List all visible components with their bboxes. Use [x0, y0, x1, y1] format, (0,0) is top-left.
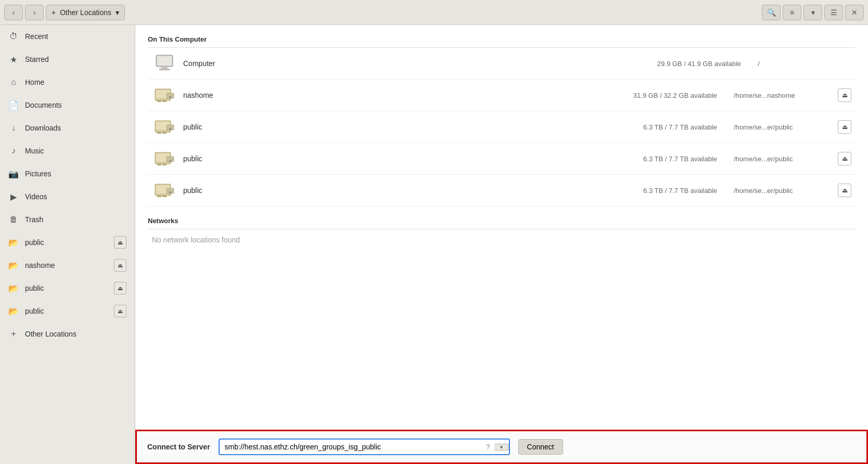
sidebar-label-public2: public	[25, 284, 108, 292]
sidebar-item-trash[interactable]: 🗑 Trash	[0, 208, 135, 231]
drive-name-0: nashome	[183, 91, 581, 99]
sidebar-label-other-locations: Other Locations	[25, 330, 126, 338]
titlebar: ‹ › + Other Locations ▾ 🔍 ≡ ▾ ☰ ✕	[0, 0, 868, 25]
search-button[interactable]: 🔍	[762, 5, 781, 20]
music-icon: ♪	[8, 146, 19, 156]
drive-path-1: /home/se...er/public	[723, 123, 827, 131]
sidebar-label-home: Home	[25, 78, 126, 86]
drive-path-0: /home/se...nashome	[723, 92, 827, 99]
svg-rect-2	[161, 67, 168, 69]
svg-rect-13	[162, 132, 167, 134]
sidebar-item-other-locations[interactable]: + Other Locations	[0, 323, 135, 345]
pictures-icon: 📷	[8, 169, 19, 179]
connect-button[interactable]: Connect	[518, 439, 563, 455]
svg-rect-6	[157, 100, 161, 102]
network-drive-icon-1	[152, 117, 177, 137]
sidebar-item-videos[interactable]: ▶ Videos	[0, 185, 135, 208]
eject-public3-button[interactable]: ⏏	[114, 305, 126, 317]
network-folder-icon-2: 📂	[8, 283, 19, 293]
trash-icon: 🗑	[8, 215, 19, 224]
networks-section: Networks No network locations found	[148, 217, 856, 250]
sidebar-item-recent[interactable]: ⏱ Recent	[0, 25, 135, 48]
eject-public1-button[interactable]: ⏏	[114, 236, 126, 249]
sidebar-label-trash: Trash	[25, 215, 126, 224]
view-list-button[interactable]: ≡	[783, 5, 801, 20]
computer-path: /	[747, 60, 851, 68]
eject-drive-3-button[interactable]: ⏏	[838, 184, 851, 197]
other-locations-icon: +	[8, 329, 19, 339]
connect-server-input[interactable]	[220, 440, 482, 454]
sidebar-item-nashome[interactable]: 📂 nashome ⏏	[0, 254, 135, 277]
documents-icon: 📄	[8, 100, 19, 110]
menu-button[interactable]: ☰	[824, 5, 843, 20]
drive-size-1: 6.3 TB / 7.7 TB available	[587, 123, 717, 131]
sidebar-label-nashome: nashome	[25, 261, 108, 269]
computer-row[interactable]: Computer 29.9 GB / 41.9 GB available /	[148, 48, 856, 80]
svg-rect-1	[157, 56, 172, 66]
sidebar: ⏱ Recent ★ Starred ⌂ Home 📄 Documents ↓ …	[0, 25, 135, 464]
network-drive-icon-0	[152, 85, 177, 106]
network-drive-icon-2	[152, 148, 177, 169]
network-folder-icon-3: 📂	[8, 306, 19, 316]
drive-row-0[interactable]: nashome 31.9 GB / 32.2 GB available /hom…	[148, 80, 856, 111]
view-dropdown-button[interactable]: ▾	[803, 5, 822, 20]
main-layout: ⏱ Recent ★ Starred ⌂ Home 📄 Documents ↓ …	[0, 25, 868, 464]
eject-public2-button[interactable]: ⏏	[114, 282, 126, 294]
sidebar-label-public1: public	[25, 238, 108, 247]
new-tab-icon: +	[52, 8, 56, 17]
sidebar-label-downloads: Downloads	[25, 124, 126, 132]
close-button[interactable]: ✕	[845, 5, 864, 20]
content-scroll: On This Computer Computer 29.9 GB / 41.9…	[135, 25, 868, 430]
eject-drive-1-button[interactable]: ⏏	[838, 120, 851, 134]
star-icon: ★	[8, 55, 19, 65]
svg-point-27	[169, 191, 171, 194]
videos-icon: ▶	[8, 192, 19, 202]
on-this-computer-title: On This Computer	[148, 35, 856, 43]
drive-name-2: public	[183, 154, 581, 163]
svg-rect-12	[157, 132, 161, 134]
drive-size-2: 6.3 TB / 7.7 TB available	[587, 155, 717, 163]
forward-button[interactable]: ›	[25, 5, 44, 20]
drive-path-2: /home/se...er/public	[723, 155, 827, 163]
connect-input-wrap: ? ▾	[219, 439, 510, 455]
sidebar-item-public2[interactable]: 📂 public ⏏	[0, 277, 135, 300]
sidebar-item-home[interactable]: ⌂ Home	[0, 71, 135, 94]
drive-row-2[interactable]: public 6.3 TB / 7.7 TB available /home/s…	[148, 143, 856, 175]
svg-rect-19	[162, 164, 167, 165]
eject-drive-0-button[interactable]: ⏏	[838, 88, 851, 102]
sidebar-item-starred[interactable]: ★ Starred	[0, 48, 135, 71]
location-breadcrumb[interactable]: + Other Locations ▾	[46, 5, 125, 20]
sidebar-label-documents: Documents	[25, 101, 126, 109]
svg-rect-18	[157, 164, 161, 165]
svg-point-15	[169, 128, 171, 130]
sidebar-item-public3[interactable]: 📂 public ⏏	[0, 300, 135, 323]
eject-drive-2-button[interactable]: ⏏	[838, 152, 851, 165]
drive-name-3: public	[183, 186, 581, 195]
location-dropdown-icon: ▾	[116, 8, 119, 17]
downloads-icon: ↓	[8, 123, 19, 133]
network-folder-icon-nashome: 📂	[8, 261, 19, 270]
computer-name: Computer	[183, 59, 605, 68]
svg-point-9	[169, 96, 171, 98]
connect-to-server-bar: Connect to Server ? ▾ Connect	[135, 430, 868, 464]
svg-point-21	[169, 160, 171, 162]
svg-rect-3	[159, 69, 170, 70]
svg-rect-25	[162, 196, 167, 197]
sidebar-label-public3: public	[25, 307, 108, 315]
connect-dropdown-button[interactable]: ▾	[494, 444, 509, 450]
sidebar-item-pictures[interactable]: 📷 Pictures	[0, 162, 135, 185]
sidebar-item-downloads[interactable]: ↓ Downloads	[0, 117, 135, 139]
sidebar-item-music[interactable]: ♪ Music	[0, 139, 135, 162]
back-button[interactable]: ‹	[4, 5, 23, 20]
sidebar-item-documents[interactable]: 📄 Documents	[0, 94, 135, 117]
eject-nashome-button[interactable]: ⏏	[114, 259, 126, 272]
sidebar-label-videos: Videos	[25, 192, 126, 201]
drive-row-1[interactable]: public 6.3 TB / 7.7 TB available /home/s…	[148, 111, 856, 143]
computer-icon	[152, 53, 177, 74]
sidebar-item-public1[interactable]: 📂 public ⏏	[0, 231, 135, 254]
drive-name-1: public	[183, 123, 581, 131]
drive-row-3[interactable]: public 6.3 TB / 7.7 TB available /home/s…	[148, 175, 856, 207]
connect-hint-icon[interactable]: ?	[482, 443, 494, 451]
connect-label: Connect to Server	[147, 443, 210, 451]
drive-size-0: 31.9 GB / 32.2 GB available	[587, 92, 717, 99]
